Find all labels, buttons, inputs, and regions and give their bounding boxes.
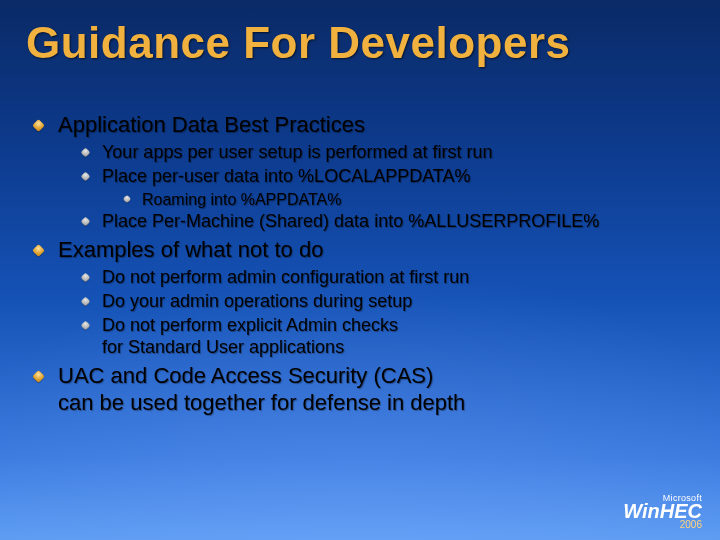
bullet-text: UAC and Code Access Security (CAS) can b… [58, 363, 465, 415]
footer-logo: Microsoft WinHEC 2006 [623, 494, 702, 530]
bullet-text: Do not perform admin configuration at fi… [102, 267, 469, 287]
bullet-text: Do your admin operations during setup [102, 291, 412, 311]
bullet-item: Application Data Best Practices Your app… [34, 112, 680, 233]
bullet-item: Examples of what not to do Do not perfor… [34, 237, 680, 359]
slide-title: Guidance For Developers [26, 18, 571, 68]
bullet-text: Place Per-Machine (Shared) data into %AL… [102, 211, 599, 231]
bullet-text: Examples of what not to do [58, 237, 323, 262]
bullet-text: Application Data Best Practices [58, 112, 365, 137]
brand-main-text: WinHEC [623, 501, 702, 521]
bullet-item: Your apps per user setup is performed at… [82, 142, 680, 164]
bullet-item: Do not perform admin configuration at fi… [82, 267, 680, 289]
bullet-text: Place per-user data into %LOCALAPPDATA% [102, 166, 471, 186]
bullet-text: Do not perform explicit Admin checks for… [102, 315, 398, 357]
bullet-list-level3: Roaming into %APPDATA% [124, 190, 680, 210]
bullet-list-level1: Application Data Best Practices Your app… [34, 112, 680, 417]
slide-content: Application Data Best Practices Your app… [34, 108, 680, 421]
bullet-text: Roaming into %APPDATA% [142, 191, 341, 208]
bullet-text: Your apps per user setup is performed at… [102, 142, 493, 162]
bullet-item: Do not perform explicit Admin checks for… [82, 315, 680, 359]
bullet-item: Do your admin operations during setup [82, 291, 680, 313]
bullet-item: Roaming into %APPDATA% [124, 190, 680, 210]
bullet-list-level2: Your apps per user setup is performed at… [82, 142, 680, 233]
bullet-item: Place per-user data into %LOCALAPPDATA% … [82, 166, 680, 209]
bullet-item: UAC and Code Access Security (CAS) can b… [34, 363, 680, 417]
bullet-list-level2: Do not perform admin configuration at fi… [82, 267, 680, 359]
slide: Guidance For Developers Application Data… [0, 0, 720, 540]
bullet-item: Place Per-Machine (Shared) data into %AL… [82, 211, 680, 233]
